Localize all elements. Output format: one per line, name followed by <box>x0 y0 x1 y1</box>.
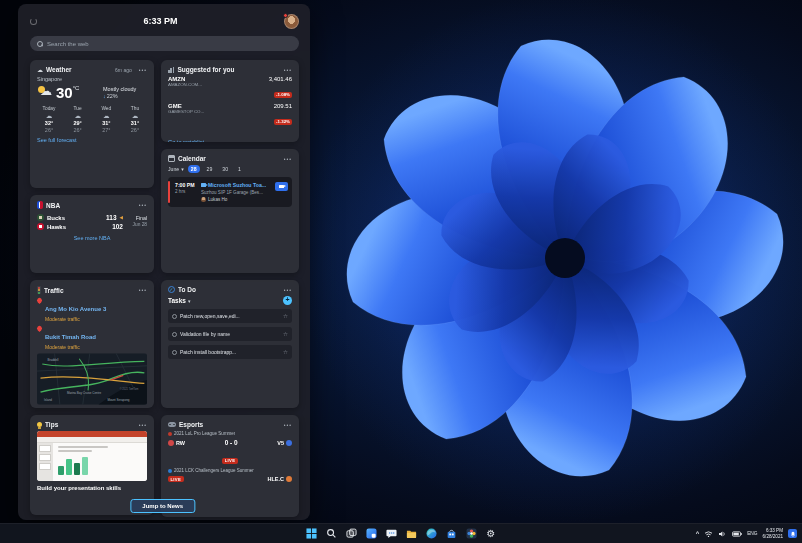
task-item[interactable]: Validation file by name ☆ <box>168 327 292 341</box>
settings-icon[interactable]: ⚙ <box>485 528 497 540</box>
tips-title: Tips <box>45 421 58 428</box>
league-logo-icon <box>168 469 172 473</box>
more-options-button[interactable]: ••• <box>139 202 147 208</box>
tips-thumbnail[interactable] <box>37 431 147 481</box>
stock-row[interactable]: AMZN AMAZON.COM... 3,401.46 -1.08% <box>168 76 292 100</box>
complete-task-circle[interactable] <box>172 332 177 337</box>
taskbar-search-icon[interactable] <box>325 528 337 540</box>
user-avatar[interactable] <box>284 14 299 29</box>
esports-match[interactable]: RW 0 - 0 V5 <box>168 439 292 446</box>
store-icon[interactable] <box>445 528 457 540</box>
notification-badge[interactable] <box>788 529 797 538</box>
star-icon[interactable]: ☆ <box>283 313 288 319</box>
slide-panel <box>37 443 53 481</box>
task-item[interactable]: Patch install bootstrapp... ☆ <box>168 345 292 359</box>
svg-text:Mount Serapong: Mount Serapong <box>107 398 129 402</box>
notification-dot <box>283 13 288 18</box>
more-options-button[interactable]: ••• <box>284 287 292 293</box>
more-options-button[interactable]: ••• <box>139 287 147 293</box>
cloud-icon: ☁ <box>74 112 81 119</box>
todo-check-icon: ✓ <box>168 286 175 293</box>
svg-text:© 2021 TomTom: © 2021 TomTom <box>120 386 139 390</box>
more-options-button[interactable]: ••• <box>284 67 292 73</box>
bucks-logo-icon <box>37 214 44 221</box>
widgets-panel: 6:33 PM ☁ Weather 6m ago ••• Singapore <box>18 4 310 520</box>
see-full-forecast-link[interactable]: See full forecast <box>37 137 147 143</box>
widget-nba[interactable]: NBA ••• Bucks 113 ◀ <box>30 195 154 273</box>
widgets-icon[interactable] <box>365 528 377 540</box>
lightbulb-icon <box>37 422 42 427</box>
panel-clock: 6:33 PM <box>37 16 284 26</box>
wifi-icon[interactable] <box>704 528 713 540</box>
date-chip-selected[interactable]: 28 <box>188 165 200 173</box>
cloud-icon: ☁ <box>46 112 53 119</box>
widget-weather[interactable]: ☁ Weather 6m ago ••• Singapore ☁ 30 °C M… <box>30 60 154 188</box>
team-row[interactable]: Bucks 113 ◀ <box>37 214 123 221</box>
traffic-road[interactable]: Ang Mo Kio Avenue 3 Moderate traffic <box>37 297 147 322</box>
more-options-button[interactable]: ••• <box>284 422 292 428</box>
chat-icon[interactable] <box>385 528 397 540</box>
widget-traffic[interactable]: Traffic ••• Ang Mo Kio Avenue 3 Moderate… <box>30 280 154 408</box>
stock-row[interactable]: GME GAMESTOP CO... 209.51 -1.32% <box>168 103 292 127</box>
edge-icon[interactable] <box>425 528 437 540</box>
star-icon[interactable]: ☆ <box>283 331 288 337</box>
start-button[interactable] <box>305 528 317 540</box>
hidden-icons-chevron[interactable]: ^ <box>696 530 700 536</box>
chevron-down-icon: ▾ <box>181 166 184 172</box>
widget-todo[interactable]: ✓ To Do ••• Tasks ▾ + Patch new,open,sav… <box>161 280 299 408</box>
photos-icon[interactable] <box>465 528 477 540</box>
forecast-day: Thu ☁ 31° 26° <box>123 106 147 133</box>
month-selector[interactable]: June ▾ <box>168 166 184 172</box>
desktop: 6:33 PM ☁ Weather 6m ago ••• Singapore <box>0 0 802 543</box>
more-options-button[interactable]: ••• <box>139 67 147 73</box>
go-to-watchlist-link[interactable]: Go to watchlist <box>168 139 204 142</box>
widget-calendar[interactable]: Calendar ••• June ▾ 28 29 30 1 <box>161 149 299 273</box>
gamepad-icon <box>168 422 176 427</box>
svg-text:Island: Island <box>44 398 52 402</box>
star-icon[interactable]: ☆ <box>283 349 288 355</box>
date-chip[interactable]: 29 <box>204 165 216 173</box>
esports-match[interactable]: LIVE HLE.C <box>168 476 292 482</box>
jump-to-news-button[interactable]: Jump to News <box>130 499 195 513</box>
current-temp: 30 <box>56 84 73 101</box>
widget-stocks[interactable]: Suggested for you ••• AMZN AMAZON.COM...… <box>161 60 299 142</box>
league-row: 2021 LCK Challengers League Summer <box>168 468 292 473</box>
complete-task-circle[interactable] <box>172 314 177 319</box>
traffic-map-thumbnail[interactable]: Braddell Marina Bay Cruise Centre Island… <box>37 353 147 405</box>
task-list-selector[interactable]: Tasks <box>168 297 186 304</box>
battery-icon[interactable] <box>732 528 742 540</box>
live-badge: LIVE <box>168 476 184 482</box>
file-explorer-icon[interactable] <box>405 528 417 540</box>
search-input[interactable] <box>47 41 292 47</box>
more-options-button[interactable]: ••• <box>284 156 292 162</box>
traffic-road[interactable]: Bukit Timah Road Moderate traffic <box>37 325 147 350</box>
team-row[interactable]: Hawks 102 <box>37 223 123 230</box>
join-meeting-button[interactable] <box>275 182 288 191</box>
search-bar[interactable] <box>30 36 299 51</box>
see-more-nba-link[interactable]: See more NBA <box>37 235 147 241</box>
speaker-icon[interactable] <box>718 528 727 540</box>
date-chip[interactable]: 30 <box>219 165 231 173</box>
esports-title: Esports <box>179 421 203 428</box>
more-options-button[interactable]: ••• <box>139 422 147 428</box>
refresh-icon[interactable] <box>30 18 37 25</box>
cloud-icon: ☁ <box>132 112 139 119</box>
complete-task-circle[interactable] <box>172 350 177 355</box>
calendar-event[interactable]: 7:00 PM 2 hrs Microsoft Suzhou Toa... Su… <box>168 177 292 207</box>
search-icon <box>37 41 43 47</box>
organizer-avatar <box>201 197 206 202</box>
weather-title: Weather <box>46 66 72 73</box>
task-view-icon[interactable] <box>345 528 357 540</box>
temp-unit: °C <box>73 85 80 91</box>
date-chip[interactable]: 1 <box>235 165 244 173</box>
forecast-day: Wed ☁ 31° 27° <box>94 106 118 133</box>
chevron-down-icon: ▾ <box>188 298 191 304</box>
tray-clock[interactable]: 6:33 PM 6/28/2021 <box>763 528 783 539</box>
taskbar: ⚙ ^ ENG 6:33 PM 6/28/2021 <box>0 523 802 543</box>
task-item[interactable]: Patch new,open,save,edi... ☆ <box>168 309 292 323</box>
weather-updated: 6m ago <box>115 67 132 73</box>
language-indicator[interactable]: ENG <box>747 531 757 536</box>
add-task-button[interactable]: + <box>283 296 292 305</box>
map-pin-icon <box>36 324 43 331</box>
league-logo-icon <box>168 432 172 436</box>
